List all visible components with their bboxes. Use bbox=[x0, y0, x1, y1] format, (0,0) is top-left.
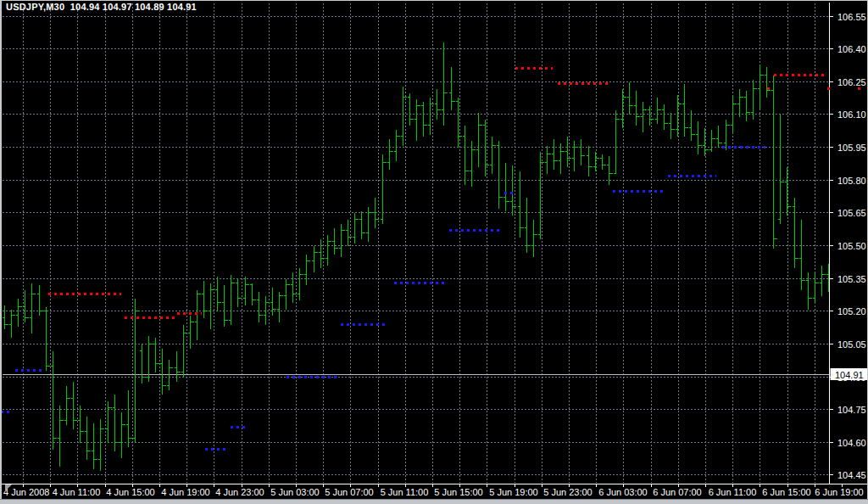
price-axis-label: 105.50 bbox=[837, 241, 866, 251]
time-axis-label: 4 Jun 2008 bbox=[3, 487, 49, 497]
price-axis-label: 105.35 bbox=[837, 274, 866, 284]
time-axis-label: 6 Jun 07:00 bbox=[653, 487, 702, 497]
current-price-label: 104.91 bbox=[835, 370, 864, 380]
time-axis-label: 5 Jun 19:00 bbox=[489, 487, 538, 497]
time-axis-label: 6 Jun 19:00 bbox=[815, 487, 864, 497]
current-price-badge: 104.91 bbox=[831, 368, 868, 380]
price-axis-label: 106.55 bbox=[837, 12, 866, 22]
ohlc-bars bbox=[3, 42, 832, 471]
time-axis-label: 5 Jun 23:00 bbox=[543, 487, 593, 497]
price-axis-label: 105.95 bbox=[837, 143, 866, 153]
price-axis-label: 106.10 bbox=[837, 109, 866, 120]
price-axis-label: 106.40 bbox=[837, 44, 866, 54]
price-chart[interactable]: 106.55106.40106.25106.10105.95105.80105.… bbox=[0, 0, 868, 504]
time-axis-label: 6 Jun 03:00 bbox=[598, 487, 648, 497]
mt4-chart-window: 106.55106.40106.25106.10105.95105.80105.… bbox=[0, 0, 868, 504]
price-axis-label: 104.75 bbox=[837, 405, 866, 415]
grid-lines bbox=[3, 3, 828, 483]
time-axis-label: 6 Jun 11:00 bbox=[709, 487, 757, 497]
window-frame bbox=[0, 0, 2, 504]
time-axis-label: 4 Jun 23:00 bbox=[215, 487, 264, 497]
time-axis-label: 5 Jun 03:00 bbox=[270, 487, 320, 497]
price-axis-label: 106.25 bbox=[837, 77, 866, 87]
time-axis-label: 4 Jun 11:00 bbox=[53, 487, 101, 497]
resistance-levels bbox=[48, 69, 863, 318]
time-axis-label: 6 Jun 15:00 bbox=[762, 487, 811, 497]
time-scale[interactable]: 4 Jun 20084 Jun 11:004 Jun 15:004 Jun 19… bbox=[0, 484, 868, 498]
price-axis-label: 105.20 bbox=[837, 306, 866, 316]
price-axis-label: 104.60 bbox=[837, 438, 866, 448]
window-frame bbox=[0, 499, 868, 504]
price-axis-label: 104.45 bbox=[837, 470, 866, 480]
time-axis-label: 5 Jun 15:00 bbox=[434, 487, 483, 497]
time-axis-label: 4 Jun 15:00 bbox=[106, 487, 155, 497]
chart-title: USDJPY,M30 104.94 104.97 104.89 104.91 bbox=[6, 2, 197, 12]
price-axis-label: 105.05 bbox=[837, 339, 866, 350]
window-frame bbox=[0, 0, 868, 1]
price-axis-label: 105.80 bbox=[837, 176, 866, 186]
time-axis-label: 5 Jun 11:00 bbox=[381, 487, 429, 497]
price-axis-label: 105.65 bbox=[837, 208, 866, 218]
price-scale[interactable]: 106.55106.40106.25106.10105.95105.80105.… bbox=[829, 3, 866, 484]
time-axis-label: 4 Jun 19:00 bbox=[161, 487, 210, 497]
time-axis-label: 5 Jun 07:00 bbox=[325, 487, 374, 497]
